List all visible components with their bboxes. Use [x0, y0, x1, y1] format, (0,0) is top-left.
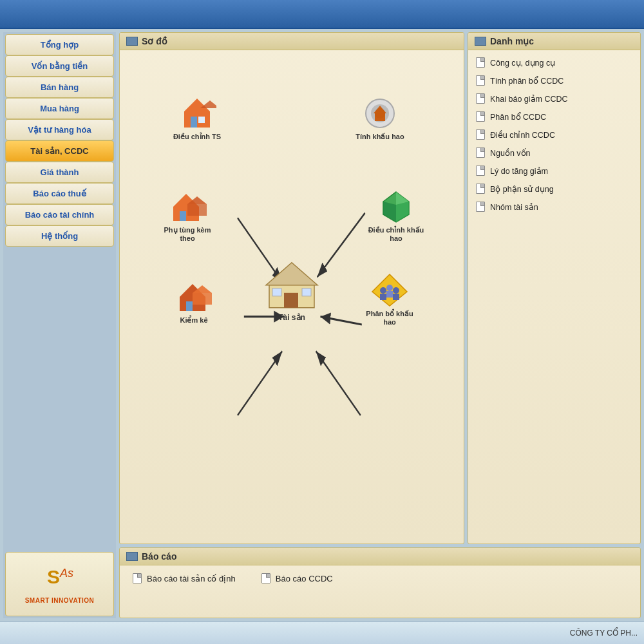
svg-rect-44 [393, 294, 399, 300]
svg-rect-23 [187, 204, 207, 216]
danh-muc-panel: Danh mục Công cụ, dụng cụTính phân bổ CC… [468, 32, 641, 544]
danh-muc-item-label: Lý do tăng giảm [490, 166, 548, 176]
diag-kiem-ke[interactable]: Kiểm kê [162, 279, 226, 325]
doc-icon [476, 184, 485, 194]
diag-phan-bo-khau-hao[interactable]: Phân bổ khấuhao [357, 272, 422, 326]
content-top: Sơ đồ [119, 32, 641, 544]
sidebar: Tổng hợpVốn bằng tiềnBán hàngMua hàngVật… [3, 32, 116, 618]
danh-muc-item-label: Nguồn vốn [490, 148, 531, 158]
sidebar-item-tai-san-ccdc[interactable]: Tài sản, CCDC [5, 140, 114, 162]
danh-muc-item-tinh-phan-bo-ccdc[interactable]: Tính phân bổ CCDC [468, 71, 640, 90]
sidebar-item-mua-hang[interactable]: Mua hàng [5, 98, 114, 119]
danh-muc-item-label: Điều chỉnh CCDC [490, 130, 555, 140]
svg-line-8 [316, 351, 361, 415]
danh-muc-item-label: Khai báo giảm CCDC [490, 94, 568, 104]
so-do-header-icon [126, 37, 138, 46]
bao-cao-item-label: Báo cáo tài sản cố định [147, 574, 236, 583]
bao-cao-panel: Báo cáo Báo cáo tài sản cố địnhBáo cáo C… [119, 547, 641, 618]
svg-rect-27 [272, 289, 281, 296]
doc-icon [476, 93, 485, 104]
sidebar-item-bao-cao-thue[interactable]: Báo cáo thuế [5, 183, 114, 204]
doc-icon [476, 202, 485, 212]
sidebar-item-vat-tu-hang-hoa[interactable]: Vật tư hàng hóa [5, 119, 114, 140]
danh-muc-item-cong-cu-dung-cu[interactable]: Công cụ, dụng cụ [468, 53, 640, 71]
svg-rect-28 [302, 289, 311, 296]
sidebar-item-ban-hang[interactable]: Bán hàng [5, 77, 114, 98]
svg-text:As: As [59, 567, 73, 580]
svg-line-7 [238, 351, 282, 415]
svg-marker-32 [396, 202, 409, 222]
diag-dieu-chinh-ts[interactable]: Điều chỉnh TS [165, 95, 229, 141]
danh-muc-item-phan-bo-ccdc[interactable]: Phân bổ CCDC [468, 108, 640, 126]
danh-muc-item-nguon-von[interactable]: Nguồn vốn [468, 144, 640, 162]
svg-point-39 [380, 287, 386, 294]
danh-muc-item-khai-bao-giam-ccdc[interactable]: Khai báo giảm CCDC [468, 90, 640, 108]
danh-muc-header-icon [475, 37, 486, 46]
doc-icon [476, 166, 485, 176]
diag-phu-tung[interactable]: Phụ tùng kèmtheo [155, 189, 220, 242]
danh-muc-list: Công cụ, dụng cụTính phân bổ CCDCKhai bá… [468, 50, 640, 219]
sidebar-item-bao-cao-tai-chinh[interactable]: Báo cáo tài chính [5, 204, 114, 225]
svg-text:S: S [47, 566, 60, 587]
doc-icon [476, 111, 485, 122]
svg-rect-37 [193, 293, 212, 305]
svg-rect-21 [180, 211, 186, 221]
svg-marker-24 [266, 263, 317, 285]
so-do-header: Sơ đồ [120, 33, 464, 50]
bao-cao-title: Báo cáo [142, 551, 176, 562]
danh-muc-item-label: Công cụ, dụng cụ [490, 58, 555, 68]
danh-muc-item-label: Phân bổ CCDC [490, 112, 546, 122]
diagram-area: Điều chỉnh TS [120, 50, 464, 544]
doc-icon [133, 573, 142, 583]
so-do-title: Sơ đồ [142, 36, 167, 46]
company-name: CÔNG TY CỔ PH... [570, 629, 638, 638]
danh-muc-item-ly-do-tang-giam[interactable]: Lý do tăng giảm [468, 162, 640, 180]
diag-dieu-chinh-khau-hao[interactable]: Điều chỉnh khấuhao [364, 189, 428, 242]
danh-muc-item-bo-phan-su-dung[interactable]: Bộ phận sử dụng [468, 180, 640, 198]
logo-icon: S As [44, 564, 76, 594]
svg-marker-31 [383, 202, 396, 222]
bao-cao-item-label: Báo cáo CCDC [276, 574, 333, 583]
svg-point-41 [386, 285, 393, 291]
bao-cao-item-bao-cao-tai-san-co-dinh[interactable]: Báo cáo tài sản cố định [133, 573, 236, 583]
bao-cao-header-icon [126, 552, 138, 561]
svg-rect-18 [375, 113, 385, 121]
danh-muc-item-nhom-tai-san[interactable]: Nhóm tài sản [468, 198, 640, 216]
sidebar-item-von-bang-tien[interactable]: Vốn bằng tiền [5, 55, 114, 77]
so-do-panel: Sơ đồ [119, 32, 464, 544]
diag-tinh-khau-hao[interactable]: Tính khấu hao [348, 95, 412, 141]
doc-icon [476, 147, 485, 158]
danh-muc-item-dieu-chinh-ccdc[interactable]: Điều chỉnh CCDC [468, 126, 640, 144]
doc-icon [261, 573, 270, 583]
svg-line-4 [317, 213, 365, 278]
sidebar-item-tong-hop[interactable]: Tổng hợp [5, 34, 114, 55]
svg-rect-35 [186, 301, 193, 311]
doc-icon [476, 75, 485, 86]
content-area: Sơ đồ [119, 32, 641, 618]
danh-muc-header: Danh mục [468, 33, 640, 50]
svg-rect-42 [386, 291, 393, 298]
svg-rect-40 [380, 294, 386, 300]
danh-muc-item-label: Nhóm tài sản [490, 202, 538, 212]
svg-point-43 [393, 287, 399, 294]
sidebar-item-he-thong[interactable]: Hệ thống [5, 225, 114, 247]
bao-cao-header: Báo cáo [120, 548, 640, 565]
sidebar-logo: S As SMART INNOVATION [5, 552, 114, 616]
svg-rect-12 [198, 117, 205, 123]
svg-line-6 [321, 317, 362, 325]
doc-icon [476, 129, 485, 140]
bottom-bar: CÔNG TY CỔ PH... [0, 621, 644, 644]
danh-muc-title: Danh mục [490, 36, 534, 46]
danh-muc-item-label: Tính phân bổ CCDC [490, 76, 564, 86]
svg-rect-11 [191, 117, 197, 128]
bao-cao-items: Báo cáo tài sản cố địnhBáo cáo CCDC [120, 565, 640, 591]
bao-cao-item-bao-cao-ccdc[interactable]: Báo cáo CCDC [261, 573, 333, 583]
main-layout: Tổng hợpVốn bằng tiềnBán hàngMua hàngVật… [0, 29, 644, 621]
sidebar-item-gia-thanh[interactable]: Giá thành [5, 162, 114, 183]
svg-rect-26 [284, 293, 298, 308]
danh-muc-item-label: Bộ phận sử dụng [490, 184, 554, 194]
doc-icon [476, 57, 485, 68]
diag-center[interactable]: Tài sản [263, 260, 321, 322]
logo-text: SMART INNOVATION [25, 597, 95, 604]
top-bar [0, 0, 644, 29]
